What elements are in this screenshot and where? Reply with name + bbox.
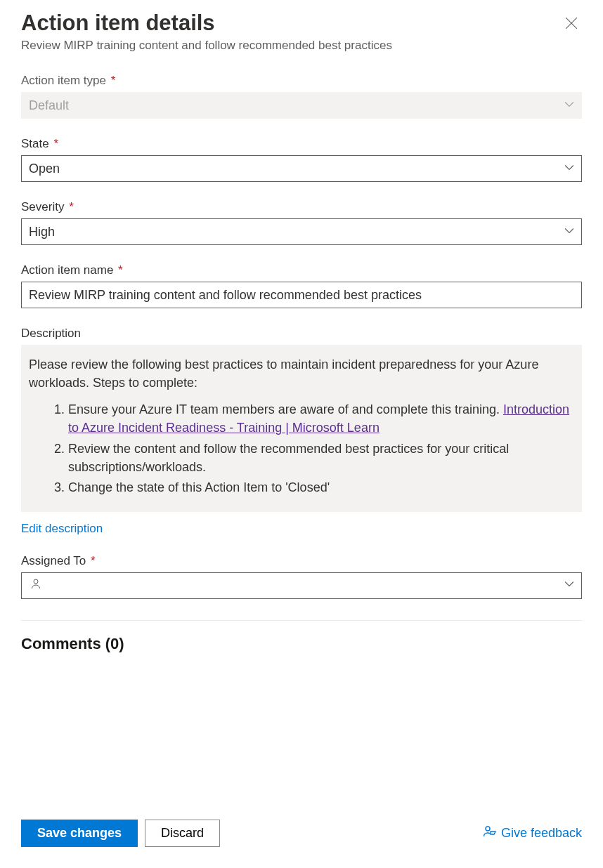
required-marker: * [118, 263, 123, 277]
discard-button[interactable]: Discard [145, 820, 220, 847]
feedback-icon [483, 824, 497, 842]
close-button[interactable] [561, 13, 582, 34]
required-marker: * [53, 137, 58, 150]
required-marker: * [91, 554, 96, 567]
give-feedback-link[interactable]: Give feedback [483, 824, 582, 842]
page-subtitle: Review MIRP training content and follow … [21, 39, 392, 53]
close-icon [565, 17, 578, 29]
description-label: Description [21, 327, 582, 341]
assigned-to-select[interactable] [21, 572, 582, 599]
description-step-3: Change the state of this Action Item to … [68, 478, 574, 497]
svg-point-3 [486, 827, 490, 831]
severity-value: High [29, 225, 55, 239]
description-box: Please review the following best practic… [21, 345, 582, 512]
comments-heading: Comments (0) [21, 635, 582, 653]
severity-select[interactable]: High [21, 218, 582, 245]
chevron-down-icon [564, 225, 574, 239]
severity-label: Severity * [21, 200, 582, 214]
name-input[interactable] [21, 282, 582, 308]
svg-point-2 [34, 579, 38, 584]
description-intro: Please review the following best practic… [29, 355, 574, 392]
state-value: Open [29, 162, 60, 176]
footer-bar: Save changes Discard Give feedback [21, 806, 582, 868]
state-label: State * [21, 137, 582, 151]
save-button[interactable]: Save changes [21, 820, 138, 847]
type-select[interactable]: Default [21, 92, 582, 119]
section-divider [21, 620, 582, 621]
name-label: Action item name * [21, 263, 582, 277]
chevron-down-icon [564, 98, 574, 113]
required-marker: * [69, 200, 74, 213]
description-step-1: Ensure your Azure IT team members are aw… [68, 400, 574, 437]
chevron-down-icon [564, 578, 574, 593]
state-select[interactable]: Open [21, 155, 582, 182]
chevron-down-icon [564, 162, 574, 176]
description-step-2: Review the content and follow the recomm… [68, 440, 574, 476]
edit-description-link[interactable]: Edit description [21, 522, 103, 536]
page-title: Action item details [21, 10, 392, 36]
required-marker: * [111, 74, 116, 87]
assigned-to-label: Assigned To * [21, 554, 582, 568]
type-label: Action item type * [21, 74, 582, 88]
type-value: Default [29, 98, 69, 113]
person-icon [30, 578, 41, 593]
